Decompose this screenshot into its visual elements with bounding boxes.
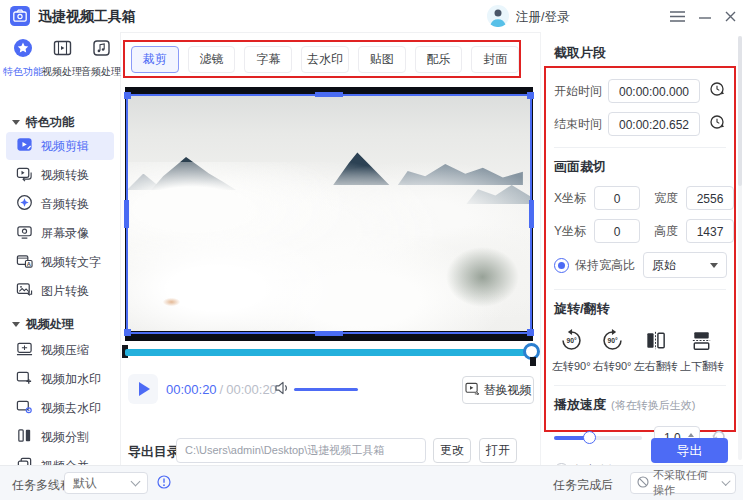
current-time: 00:00:20 <box>166 382 217 397</box>
scrollbar-thumb[interactable] <box>738 36 742 186</box>
sidebar: 特色功能 视频处理 音频处理 特色功能 视频剪辑 视频转换 音频转换 屏幕录像 … <box>0 32 121 465</box>
after-task-select[interactable]: 不采取任何操作 <box>630 472 736 494</box>
sidebar-item-video-edit[interactable]: 视频剪辑 <box>6 132 114 160</box>
x-label: X坐标 <box>554 190 594 207</box>
crop-handle-top-right[interactable] <box>527 92 534 99</box>
export-button[interactable]: 导出 <box>651 438 728 463</box>
divider <box>554 289 726 290</box>
sidebar-tab-label: 特色功能 <box>3 65 43 79</box>
sidebar-item-watermark-add[interactable]: 视频加水印 <box>6 365 114 393</box>
thread-select[interactable]: 默认 <box>64 472 148 494</box>
y-input[interactable]: 0 <box>594 219 640 243</box>
sidebar-item-audio-convert[interactable]: 音频转换 <box>6 190 114 218</box>
tab-remove-watermark[interactable]: 去水印 <box>301 46 349 73</box>
speed-slider-handle[interactable] <box>583 431 596 444</box>
sidebar-item-label: 视频转文字 <box>41 254 101 271</box>
rotate-left-button[interactable]: 90° 左转90° <box>552 328 591 374</box>
height-input[interactable]: 1437 <box>686 219 734 243</box>
tab-sticker[interactable]: 贴图 <box>358 46 406 73</box>
sidebar-item-video-split[interactable]: 视频分割 <box>6 423 114 451</box>
replace-video-icon <box>465 382 480 398</box>
crop-handle-bottom-left[interactable] <box>124 329 131 336</box>
open-dir-button[interactable]: 打开 <box>479 438 517 463</box>
menu-icon[interactable] <box>668 8 686 24</box>
tab-crop[interactable]: 裁剪 <box>131 46 179 73</box>
no-action-icon <box>637 476 649 490</box>
end-time-input[interactable]: 00:00:20.652 <box>608 112 700 136</box>
start-time-row: 开始时间 00:00:00.000 <box>554 79 734 103</box>
ratio-value: 原始 <box>652 257 676 274</box>
tab-cover[interactable]: 封面 <box>471 46 519 73</box>
sidebar-tab-featured[interactable]: 特色功能 <box>4 38 42 79</box>
rotate-buttons-row: 90° 左转90° 90° 右转90° 左右翻转 上下翻转 <box>552 328 724 374</box>
sidebar-item-video-compress[interactable]: 视频压缩 <box>6 336 114 364</box>
sidebar-item-label: 屏幕录像 <box>41 225 89 242</box>
speed-slider[interactable] <box>554 436 642 440</box>
flip-horizontal-button[interactable]: 左右翻转 <box>634 328 678 374</box>
video-preview[interactable] <box>125 87 533 341</box>
flip-vertical-button[interactable]: 上下翻转 <box>680 328 724 374</box>
info-icon[interactable] <box>157 475 171 493</box>
play-icon <box>139 382 150 396</box>
keep-ratio-radio[interactable] <box>554 258 569 273</box>
avatar[interactable] <box>487 5 509 31</box>
crop-section-title: 画面裁切 <box>554 158 734 176</box>
login-link[interactable]: 注册/登录 <box>516 9 569 26</box>
sidebar-item-screen-record[interactable]: 屏幕录像 <box>6 219 114 247</box>
pick-start-time-icon[interactable] <box>709 81 726 102</box>
volume-icon[interactable] <box>274 381 290 399</box>
pick-end-time-icon[interactable] <box>709 114 726 135</box>
crop-selection[interactable] <box>126 94 532 334</box>
watermark-add-icon <box>16 369 33 390</box>
sidebar-item-image-convert[interactable]: 图片转换 <box>6 277 114 305</box>
tab-music[interactable]: 配乐 <box>415 46 463 73</box>
ratio-select[interactable]: 原始 <box>643 252 727 278</box>
width-input[interactable]: 2556 <box>686 186 734 210</box>
chevron-down-icon <box>710 263 718 268</box>
flip-vertical-label: 上下翻转 <box>680 359 724 374</box>
replace-video-button[interactable]: 替换视频 <box>462 376 534 404</box>
export-dir-input[interactable]: C:\Users\admin\Desktop\迅捷视频工具箱 <box>176 438 426 463</box>
tab-filter[interactable]: 滤镜 <box>188 46 236 73</box>
crop-handle-right[interactable] <box>529 200 534 228</box>
trim-end-handle[interactable] <box>530 357 536 366</box>
sidebar-item-label: 视频分割 <box>41 429 89 446</box>
play-button[interactable] <box>128 374 158 404</box>
app-logo-icon <box>10 6 30 30</box>
crop-handle-left[interactable] <box>124 200 129 228</box>
speed-title: 播放速度 <box>554 396 606 414</box>
export-dir-label: 导出目录 <box>128 443 180 461</box>
crop-handle-top-left[interactable] <box>124 92 131 99</box>
minimize-icon[interactable] <box>696 8 714 24</box>
after-task-label: 任务完成后 <box>553 477 613 494</box>
x-input[interactable]: 0 <box>594 186 640 210</box>
sidebar-item-video-convert[interactable]: 视频转换 <box>6 161 114 189</box>
sidebar-section-video-processing[interactable]: 视频处理 <box>12 316 74 333</box>
sidebar-item-watermark-remove[interactable]: 视频去水印 <box>6 394 114 422</box>
chevron-down-icon <box>131 477 141 487</box>
close-icon[interactable] <box>721 8 739 24</box>
thread-label: 任务多线程 <box>12 477 72 494</box>
sidebar-tab-audio[interactable]: 音频处理 <box>82 38 120 79</box>
rotate-right-button[interactable]: 90° 右转90° <box>593 328 632 374</box>
speed-section-header: 播放速度 (将在转换后生效) <box>554 396 734 414</box>
crop-handle-top[interactable] <box>315 92 343 97</box>
video-convert-icon <box>16 165 33 186</box>
sidebar-item-video-to-text[interactable]: A 视频转文字 <box>6 248 114 276</box>
crop-handle-bottom-right[interactable] <box>527 329 534 336</box>
tab-subtitle[interactable]: 字幕 <box>244 46 292 73</box>
change-dir-button[interactable]: 更改 <box>433 438 471 463</box>
flip-horizontal-icon <box>643 328 668 355</box>
spinner-up-icon[interactable] <box>688 433 694 437</box>
crop-handle-bottom[interactable] <box>315 331 343 336</box>
y-label: Y坐标 <box>554 223 594 240</box>
start-time-label: 开始时间 <box>554 83 608 100</box>
section-caret-icon <box>12 322 20 327</box>
sidebar-section-featured[interactable]: 特色功能 <box>12 114 74 131</box>
sidebar-item-label: 视频压缩 <box>41 342 89 359</box>
editor-tabs-annotation-box: 裁剪 滤镜 字幕 去水印 贴图 配乐 封面 <box>123 40 521 78</box>
start-time-input[interactable]: 00:00:00.000 <box>608 79 700 103</box>
sidebar-tab-video[interactable]: 视频处理 <box>43 38 81 79</box>
volume-slider[interactable] <box>294 388 358 391</box>
timeline-bar[interactable] <box>125 349 535 356</box>
